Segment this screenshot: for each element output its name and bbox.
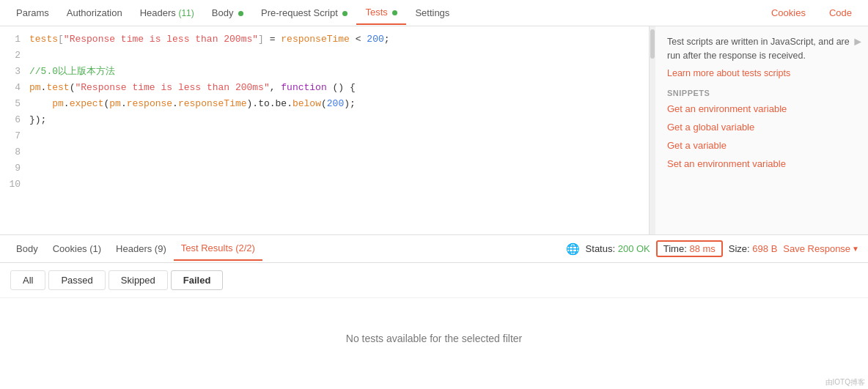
status-value: 200 OK	[618, 243, 650, 254]
bottom-panel: Body Cookies (1) Headers (9) Test Result…	[0, 235, 868, 378]
tab-settings[interactable]: Settings	[406, 1, 458, 24]
code-line-2: 2	[0, 48, 649, 64]
code-line-4: 4 pm.test("Response time is less than 20…	[0, 81, 649, 97]
filter-tab-passed[interactable]: Passed	[48, 270, 105, 290]
snippet-set-env[interactable]: Set an environment variable	[667, 158, 856, 169]
sidebar-arrow-icon[interactable]: ►	[852, 35, 864, 48]
size-value: 698 B	[752, 243, 777, 254]
save-response-button[interactable]: Save Response ▼	[783, 243, 859, 254]
tab-prerequest[interactable]: Pre-request Script	[252, 1, 356, 24]
code-editor[interactable]: 1 tests["Response time is less than 200m…	[0, 26, 650, 234]
watermark: 由IOTQ搏客	[825, 377, 865, 388]
tests-dot	[392, 10, 397, 15]
code-line-10: 10	[0, 177, 649, 193]
code-line-8: 8	[0, 145, 649, 161]
body-dot	[238, 11, 243, 16]
filter-tab-failed[interactable]: Failed	[171, 270, 224, 290]
status-label: Status: 200 OK	[586, 243, 650, 254]
response-tab-bar: Body Cookies (1) Headers (9) Test Result…	[0, 235, 868, 263]
snippet-get-var[interactable]: Get a variable	[667, 140, 856, 151]
cookies-link[interactable]: Cookies	[762, 1, 814, 24]
tab-body[interactable]: Body	[203, 1, 252, 24]
sidebar-description: Test scripts are written in JavaScript, …	[667, 35, 856, 63]
tab-params[interactable]: Params	[7, 1, 58, 24]
top-tab-bar: Params Authorization Headers (11) Body P…	[0, 0, 868, 26]
learn-more-link[interactable]: Learn more about tests scripts	[667, 68, 790, 78]
tab-authorization[interactable]: Authorization	[58, 1, 131, 24]
resp-tab-cookies[interactable]: Cookies (1)	[45, 237, 108, 260]
code-line-1: 1 tests["Response time is less than 200m…	[0, 32, 649, 48]
main-content-area: 1 tests["Response time is less than 200m…	[0, 26, 868, 235]
resp-tab-body[interactable]: Body	[9, 237, 45, 260]
globe-icon: 🌐	[566, 242, 580, 256]
scrollbar-thumb	[650, 29, 655, 59]
size-label: Size: 698 B	[729, 243, 778, 254]
time-box: Time: 88 ms	[656, 240, 723, 257]
resp-tab-headers[interactable]: Headers (9)	[108, 237, 174, 260]
code-line-5: 5 pm.expect(pm.response.responseTime).to…	[0, 97, 649, 113]
no-tests-message: No tests available for the selected filt…	[0, 298, 868, 378]
prerequest-dot	[342, 11, 347, 16]
filter-tab-bar: All Passed Skipped Failed	[0, 263, 868, 298]
code-link[interactable]: Code	[820, 1, 861, 24]
filter-tab-skipped[interactable]: Skipped	[108, 270, 168, 290]
code-line-9: 9	[0, 161, 649, 177]
snippet-get-global[interactable]: Get a global variable	[667, 122, 856, 133]
snippet-get-env[interactable]: Get an environment variable	[667, 103, 856, 114]
snippets-label: SNIPPETS	[667, 89, 856, 97]
code-line-7: 7	[0, 129, 649, 145]
time-value: 88 ms	[689, 243, 715, 254]
code-line-3: 3 //5.0以上版本方法	[0, 64, 649, 81]
tab-headers[interactable]: Headers (11)	[131, 1, 203, 24]
filter-tab-all[interactable]: All	[10, 270, 45, 290]
response-status-area: 🌐 Status: 200 OK Time: 88 ms Size: 698 B…	[566, 240, 859, 257]
editor-scrollbar[interactable]	[650, 26, 655, 234]
code-line-6: 6 });	[0, 113, 649, 129]
snippets-sidebar: ► Test scripts are written in JavaScript…	[655, 26, 868, 234]
dropdown-arrow-icon: ▼	[852, 245, 859, 253]
tab-tests[interactable]: Tests	[356, 1, 406, 25]
resp-tab-test-results[interactable]: Test Results (2/2)	[174, 237, 262, 261]
